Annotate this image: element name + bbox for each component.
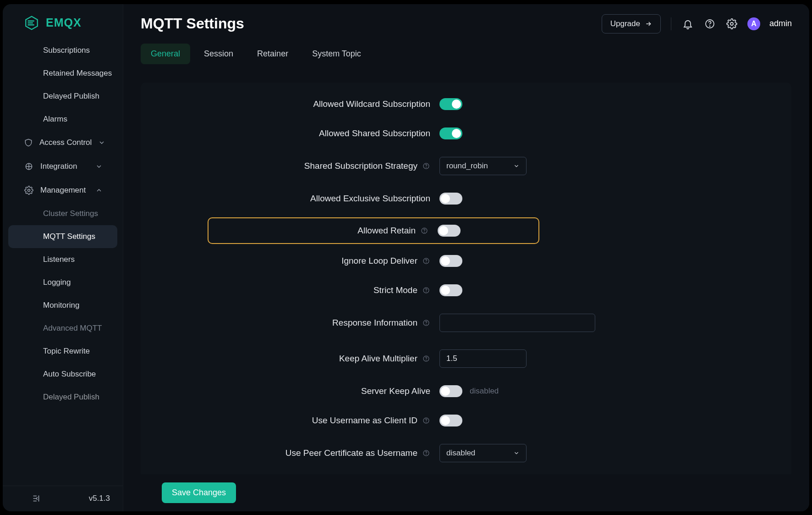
sidebar: EMQX Subscriptions Retained Messages Del…: [3, 4, 123, 511]
field-label: Keep Alive Multiplier: [339, 354, 417, 364]
toggle-strict-mode[interactable]: [439, 284, 462, 296]
brand-name: EMQX: [46, 16, 82, 29]
field-label: Allowed Retain: [357, 226, 416, 236]
info-icon[interactable]: [422, 257, 430, 265]
sidebar-item-listeners[interactable]: Listeners: [3, 248, 123, 271]
avatar[interactable]: A: [747, 17, 760, 30]
row-allowed-shared-sub: Allowed Shared Subscription: [150, 127, 782, 139]
toggle-allowed-shared-sub[interactable]: [439, 127, 462, 139]
toggle-allowed-retain[interactable]: [438, 225, 461, 237]
sidebar-item-delayed-publish[interactable]: Delayed Publish: [3, 85, 123, 108]
toggle-server-keep-alive[interactable]: [439, 385, 462, 397]
toggle-ignore-loop-deliver[interactable]: [439, 255, 462, 267]
upgrade-button[interactable]: Upgrade: [602, 14, 661, 33]
toggle-allowed-exclusive-sub[interactable]: [439, 193, 462, 205]
field-label: Use Peer Certificate as Username: [285, 448, 417, 458]
tab-general[interactable]: General: [141, 44, 190, 64]
field-label: Allowed Wildcard Subscription: [313, 99, 430, 109]
sidebar-group-label: Management: [40, 186, 86, 195]
tabs: General Session Retainer System Topic: [123, 44, 809, 64]
chevron-down-icon: [98, 139, 105, 146]
sidebar-item-auto-subscribe[interactable]: Auto Subscribe: [3, 363, 123, 386]
svg-point-17: [426, 167, 427, 168]
info-icon[interactable]: [422, 162, 430, 170]
brand-logo-icon: [24, 15, 39, 31]
select-value: round_robin: [446, 161, 488, 171]
info-icon[interactable]: [422, 354, 430, 363]
row-use-peer-cert-as-username: Use Peer Certificate as Username disable…: [150, 444, 782, 462]
sidebar-item-alarms[interactable]: Alarms: [3, 108, 123, 131]
input-keep-alive-multiplier[interactable]: [439, 349, 527, 368]
chevron-down-icon: [513, 163, 520, 169]
svg-point-31: [426, 454, 427, 455]
svg-point-14: [709, 26, 710, 26]
tab-retainer[interactable]: Retainer: [247, 44, 298, 64]
field-label: Server Keep Alive: [361, 386, 430, 396]
sidebar-item-mqtt-settings[interactable]: MQTT Settings: [8, 225, 117, 248]
sidebar-group-integration[interactable]: Integration: [3, 155, 123, 178]
row-keep-alive-multiplier: Keep Alive Multiplier: [150, 349, 782, 368]
brand: EMQX: [3, 4, 123, 39]
svg-point-15: [730, 22, 733, 25]
sidebar-item-logging[interactable]: Logging: [3, 271, 123, 294]
svg-point-7: [28, 189, 30, 191]
field-label: Strict Mode: [373, 285, 417, 295]
help-button[interactable]: [703, 17, 716, 30]
tab-system-topic[interactable]: System Topic: [302, 44, 371, 64]
sidebar-item-topic-rewrite[interactable]: Topic Rewrite: [3, 340, 123, 363]
server-keep-alive-hint: disabled: [470, 387, 499, 396]
info-icon[interactable]: [420, 227, 428, 235]
sidebar-item-advanced-mqtt[interactable]: Advanced MQTT: [3, 317, 123, 340]
info-icon[interactable]: [422, 416, 430, 425]
form-footer: Save Changes: [123, 474, 809, 511]
upgrade-button-label: Upgrade: [610, 19, 640, 28]
page-header: MQTT Settings Upgrade A: [123, 4, 809, 44]
sidebar-group-access-control[interactable]: Access Control: [3, 131, 123, 155]
app-version: v5.1.3: [89, 494, 110, 503]
sidebar-group-label: Integration: [40, 162, 77, 171]
collapse-sidebar-icon[interactable]: [31, 493, 41, 504]
sidebar-group-management[interactable]: Management: [3, 178, 123, 202]
field-label: Use Username as Client ID: [312, 415, 417, 426]
row-allowed-retain: Allowed Retain: [208, 217, 539, 244]
select-value: disabled: [446, 449, 475, 458]
chevron-down-icon: [95, 163, 103, 170]
toggle-use-username-as-client-id[interactable]: [439, 415, 462, 426]
row-server-keep-alive: Server Keep Alive disabled: [150, 385, 782, 397]
sidebar-footer: v5.1.3: [3, 486, 123, 511]
sidebar-item-delayed-publish-2[interactable]: Delayed Publish: [3, 386, 123, 409]
sidebar-group-label: Access Control: [39, 138, 92, 147]
field-label: Allowed Shared Subscription: [319, 128, 430, 138]
info-icon[interactable]: [422, 319, 430, 327]
row-response-info: Response Information: [150, 314, 782, 332]
toggle-allowed-wildcard-sub[interactable]: [439, 98, 462, 110]
field-label: Shared Subscription Strategy: [304, 161, 417, 171]
svg-point-29: [426, 422, 427, 422]
arrow-right-icon: [645, 20, 652, 28]
input-response-info[interactable]: [439, 314, 595, 332]
row-strict-mode: Strict Mode: [150, 284, 782, 296]
info-icon[interactable]: [422, 449, 430, 457]
select-peer-cert-as-username[interactable]: disabled: [439, 444, 527, 462]
svg-point-25: [426, 324, 427, 325]
svg-point-23: [426, 292, 427, 292]
sidebar-item-cluster-settings[interactable]: Cluster Settings: [3, 202, 123, 225]
row-allowed-exclusive-sub: Allowed Exclusive Subscription: [150, 193, 782, 205]
username[interactable]: admin: [769, 19, 792, 28]
row-allowed-wildcard-sub: Allowed Wildcard Subscription: [150, 98, 782, 110]
notification-button[interactable]: [681, 17, 694, 30]
svg-point-21: [426, 262, 427, 263]
tab-session[interactable]: Session: [194, 44, 243, 64]
field-label: Allowed Exclusive Subscription: [310, 194, 430, 204]
gear-icon: [24, 185, 34, 195]
shield-icon: [24, 138, 33, 148]
sidebar-item-retained-messages[interactable]: Retained Messages: [3, 62, 123, 85]
sidebar-item-subscriptions[interactable]: Subscriptions: [3, 39, 123, 62]
save-changes-button[interactable]: Save Changes: [162, 482, 236, 503]
select-shared-sub-strategy[interactable]: round_robin: [439, 157, 527, 175]
integration-icon: [24, 161, 34, 172]
info-icon[interactable]: [422, 286, 430, 294]
sidebar-item-monitoring[interactable]: Monitoring: [3, 294, 123, 317]
settings-button[interactable]: [725, 17, 738, 30]
field-label: Response Information: [332, 318, 417, 328]
